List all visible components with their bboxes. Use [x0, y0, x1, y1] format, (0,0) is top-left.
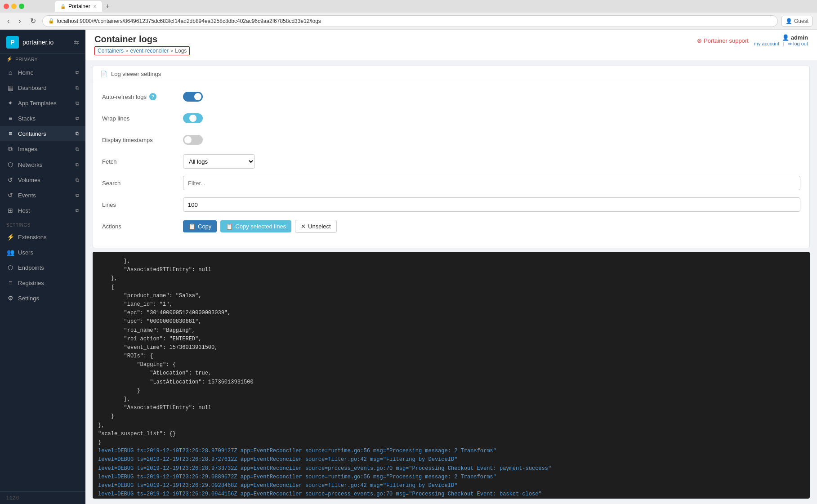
- log-line: "event_time": 15736013931500,: [98, 343, 804, 352]
- primary-icon: ⚡: [6, 56, 13, 62]
- log-line: "LastAtLocation": 15736013931500: [98, 378, 804, 387]
- minimize-dot[interactable]: [11, 4, 17, 9]
- log-line: "Bagging": {: [98, 361, 804, 369]
- images-icon: ⧉: [6, 145, 14, 153]
- sidebar-item-stacks[interactable]: ≡ Stacks ⧉: [0, 111, 85, 126]
- breadcrumb-current: Logs: [175, 48, 187, 54]
- sidebar-item-label: Home: [18, 69, 34, 76]
- sidebar-item-endpoints[interactable]: ⬡ Endpoints: [0, 260, 85, 275]
- settings-section-label: SETTINGS: [0, 218, 85, 229]
- tab-close-btn[interactable]: ✕: [93, 4, 97, 9]
- header-left: Container logs Containers > event-reconc…: [94, 34, 190, 55]
- window-controls: [4, 4, 24, 9]
- app-layout: P portainer.io ⇆ ⚡ PRIMARY ⌂ Home ⧉ ▦ Da…: [0, 30, 817, 504]
- search-input[interactable]: [183, 176, 800, 190]
- sidebar-item-users[interactable]: 👥 Users: [0, 245, 85, 260]
- sidebar: P portainer.io ⇆ ⚡ PRIMARY ⌂ Home ⧉ ▦ Da…: [0, 30, 85, 504]
- containers-icon: ≡: [6, 130, 14, 137]
- back-button[interactable]: ‹: [4, 16, 12, 26]
- stacks-ext-icon: ⧉: [76, 116, 79, 121]
- sidebar-item-settings[interactable]: ⚙ Settings: [0, 290, 85, 306]
- sidebar-toggle-icon[interactable]: ⇆: [74, 39, 79, 46]
- settings-doc-icon: 📄: [100, 71, 107, 77]
- unselect-button[interactable]: ✕ Unselect: [295, 220, 337, 233]
- sidebar-item-events[interactable]: ↺ Events ⧉: [0, 187, 85, 203]
- sidebar-item-dashboard[interactable]: ▦ Dashboard ⧉: [0, 80, 85, 95]
- forward-button[interactable]: ›: [16, 16, 23, 26]
- url-text: localhost:9000/#/containers/8649612375dc…: [57, 18, 321, 24]
- user-name: 👤 admin: [782, 34, 808, 41]
- support-button[interactable]: ⊗ Portainer support: [697, 37, 749, 44]
- sidebar-item-app-templates[interactable]: ✦ App Templates ⧉: [0, 95, 85, 111]
- log-line: }: [98, 412, 804, 421]
- wrap-lines-slider: [183, 113, 203, 123]
- lines-control: [183, 197, 800, 212]
- sidebar-item-containers[interactable]: ≡ Containers ⧉: [0, 126, 85, 141]
- maximize-dot[interactable]: [19, 4, 24, 9]
- close-dot[interactable]: [4, 4, 9, 9]
- copy-icon: 📋: [188, 223, 196, 230]
- wrap-lines-toggle[interactable]: [183, 113, 203, 123]
- sidebar-item-label: Registries: [18, 280, 44, 286]
- new-tab-button[interactable]: +: [104, 2, 112, 10]
- sidebar-item-images[interactable]: ⧉ Images ⧉: [0, 141, 85, 157]
- log-line: level=DEBUG ts=2019-12-19T23:26:29.08896…: [98, 473, 804, 482]
- link-sep: |: [783, 41, 784, 47]
- sidebar-item-home[interactable]: ⌂ Home ⧉: [0, 65, 85, 80]
- sidebar-item-registries[interactable]: ≡ Registries: [0, 275, 85, 290]
- display-timestamps-control: [183, 135, 800, 145]
- log-line: },: [98, 421, 804, 430]
- breadcrumb-container-name[interactable]: event-reconciler: [130, 48, 168, 54]
- sidebar-item-extensions[interactable]: ⚡ Extensions: [0, 229, 85, 245]
- auto-refresh-toggle[interactable]: [183, 92, 203, 102]
- sidebar-item-networks[interactable]: ⬡ Networks ⧉: [0, 157, 85, 172]
- wrap-lines-row: Wrap lines: [102, 111, 800, 125]
- log-line: {: [98, 283, 804, 292]
- address-bar[interactable]: 🔒 localhost:9000/#/containers/8649612375…: [42, 15, 778, 27]
- settings-title: Log viewer settings: [111, 71, 161, 77]
- user-avatar-icon: 👤: [782, 34, 789, 41]
- refresh-button[interactable]: ↻: [27, 16, 39, 26]
- log-output[interactable]: }, "AssociatedRTTLEntry": null }, { "pro…: [93, 252, 810, 499]
- sidebar-item-label: Endpoints: [18, 264, 44, 271]
- sidebar-item-label: Containers: [18, 130, 46, 137]
- actions-row: Actions 📋 Copy 📋 Copy selected lines ✕: [102, 219, 800, 233]
- copy-selected-icon: 📋: [226, 223, 233, 230]
- sidebar-item-label: Host: [18, 207, 30, 214]
- active-tab[interactable]: 🔒 Portainer ✕: [55, 1, 102, 12]
- copy-selected-button[interactable]: 📋 Copy selected lines: [220, 220, 291, 232]
- log-viewer-settings-panel: 📄 Log viewer settings Auto-refresh logs …: [93, 66, 810, 248]
- images-ext-icon: ⧉: [76, 146, 79, 152]
- unselect-icon: ✕: [301, 223, 306, 230]
- settings-panel-header[interactable]: 📄 Log viewer settings: [93, 66, 809, 82]
- log-line: "product_name": "Salsa",: [98, 292, 804, 300]
- logout-icon: ⇒: [788, 41, 793, 46]
- log-line: "ROIs": {: [98, 352, 804, 361]
- breadcrumb: Containers > event-reconciler > Logs: [94, 46, 190, 55]
- main-content: Container logs Containers > event-reconc…: [85, 30, 817, 504]
- log-line: level=DEBUG ts=2019-12-19T23:26:28.97091…: [98, 447, 804, 455]
- tab-label: Portainer: [68, 3, 90, 9]
- fetch-select[interactable]: All logs Last 100 lines Last 200 lines L…: [183, 154, 255, 169]
- breadcrumb-containers[interactable]: Containers: [98, 48, 124, 54]
- search-control: [183, 176, 800, 190]
- sidebar-item-host[interactable]: ⊞ Host ⧉: [0, 203, 85, 218]
- lines-input[interactable]: [183, 197, 800, 212]
- app-templates-ext-icon: ⧉: [76, 100, 79, 106]
- sidebar-item-label: Settings: [18, 295, 39, 302]
- settings-icon: ⚙: [6, 294, 14, 302]
- endpoints-icon: ⬡: [6, 264, 14, 271]
- app-templates-icon: ✦: [6, 99, 14, 107]
- display-timestamps-row: Display timestamps: [102, 133, 800, 147]
- display-timestamps-toggle[interactable]: [183, 135, 203, 145]
- logo-text: portainer.io: [22, 39, 54, 46]
- log-line: },: [98, 395, 804, 404]
- auto-refresh-row: Auto-refresh logs ?: [102, 89, 800, 104]
- log-out-link[interactable]: ⇒ log out: [788, 41, 808, 47]
- sidebar-item-volumes[interactable]: ↺ Volumes ⧉: [0, 172, 85, 187]
- guest-button[interactable]: 👤 Guest: [781, 16, 813, 27]
- log-line: level=DEBUG ts=2019-12-19T23:26:29.09284…: [98, 482, 804, 490]
- my-account-link[interactable]: my account: [754, 41, 779, 47]
- copy-button[interactable]: 📋 Copy: [183, 220, 217, 232]
- auto-refresh-info-icon[interactable]: ?: [149, 93, 156, 100]
